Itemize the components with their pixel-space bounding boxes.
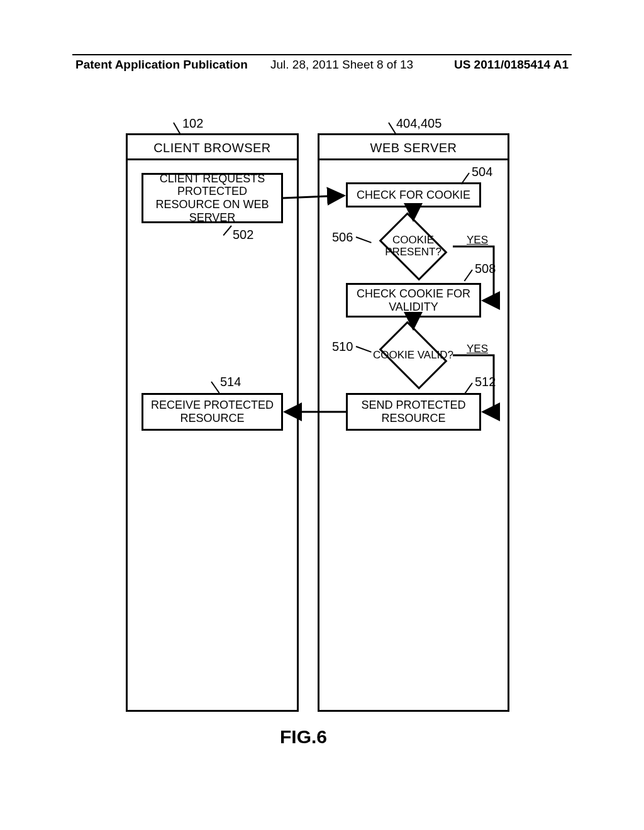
connectors (0, 0, 644, 830)
figure-label: FIG.6 (280, 726, 327, 748)
svg-line-0 (283, 196, 344, 198)
